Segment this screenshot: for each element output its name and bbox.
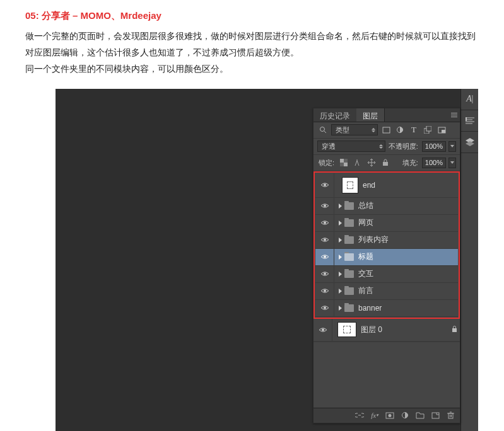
lock-label: 锁定: [319, 158, 334, 168]
visibility-toggle[interactable] [314, 319, 332, 341]
panel-menu-icon[interactable] [448, 108, 460, 122]
expand-toggle[interactable] [339, 272, 342, 277]
opacity-slider-toggle[interactable] [448, 141, 456, 152]
folder-icon [344, 304, 354, 312]
paragraph-panel-icon[interactable] [461, 110, 478, 132]
layer-end[interactable]: end [315, 173, 458, 198]
character-panel-icon[interactable]: A| [461, 89, 478, 110]
layer-thumbnail [337, 322, 356, 337]
svg-point-25 [324, 256, 326, 258]
tab-history[interactable]: 历史记录 [314, 108, 356, 122]
visibility-toggle[interactable] [315, 249, 334, 265]
svg-rect-12 [442, 130, 445, 133]
layer-name: 前言 [358, 285, 458, 296]
svg-point-21 [324, 184, 326, 187]
panel-tab-bar: 历史记录 图层 [314, 108, 460, 122]
photoshop-workspace: A| 历史记录 图层 类型 [56, 89, 478, 431]
svg-point-28 [324, 307, 326, 309]
expand-toggle[interactable] [339, 255, 342, 260]
svg-point-24 [324, 239, 326, 241]
opacity-label: 不透明度: [389, 142, 418, 151]
new-group-icon[interactable] [414, 410, 426, 420]
layer-name: 标题 [358, 251, 458, 262]
expand-toggle[interactable] [339, 204, 342, 209]
opacity-value[interactable]: 100% [422, 141, 446, 152]
filter-type-select[interactable]: 类型 [331, 124, 378, 135]
visibility-toggle[interactable] [315, 300, 334, 316]
svg-rect-14 [344, 163, 348, 166]
filter-shape-icon[interactable] [422, 125, 433, 135]
layer-lock-indicator [448, 326, 460, 334]
visibility-toggle[interactable] [315, 198, 334, 214]
filter-smartobj-icon[interactable] [436, 125, 447, 135]
layer-empty-area [314, 342, 460, 408]
blend-mode-select[interactable]: 穿透 [317, 141, 385, 152]
layer-name: end [363, 181, 458, 190]
svg-rect-16 [340, 163, 344, 166]
filter-pixel-icon[interactable] [380, 125, 392, 135]
svg-point-22 [324, 205, 326, 207]
layer-group-title[interactable]: 标题 [315, 249, 458, 266]
expand-toggle[interactable] [339, 238, 342, 243]
folder-icon [344, 287, 354, 295]
highlighted-group-box: end 总结 网页 列表内容 [314, 171, 460, 319]
folder-icon [344, 253, 354, 261]
lock-pixels-icon[interactable] [352, 158, 363, 168]
layer-name: 交互 [358, 268, 458, 279]
svg-rect-35 [448, 413, 453, 418]
svg-rect-7 [383, 127, 390, 133]
search-icon[interactable] [317, 125, 329, 135]
layer-mask-icon[interactable] [384, 410, 396, 420]
visibility-toggle[interactable] [315, 173, 334, 197]
layer-name: 列表内容 [358, 234, 458, 245]
folder-icon [344, 270, 354, 278]
new-layer-icon[interactable] [430, 410, 441, 420]
folder-icon [344, 219, 354, 227]
layer-group-list[interactable]: 列表内容 [315, 232, 458, 249]
svg-point-27 [324, 290, 326, 292]
visibility-toggle[interactable] [315, 266, 334, 282]
folder-icon [344, 236, 354, 244]
lock-position-icon[interactable] [366, 158, 377, 168]
delete-layer-icon[interactable] [445, 410, 456, 420]
layer-group-web[interactable]: 网页 [315, 215, 458, 232]
svg-point-26 [324, 273, 326, 275]
layer-group-interactive[interactable]: 交互 [315, 266, 458, 283]
svg-point-29 [322, 328, 324, 331]
layer-thumbnail [342, 177, 358, 193]
filter-type-icon[interactable]: T [408, 125, 419, 135]
visibility-toggle[interactable] [315, 215, 334, 231]
layer-background[interactable]: 图层 0 [314, 319, 460, 342]
lock-transparent-icon[interactable] [338, 158, 349, 168]
article-body: 做一个完整的页面时，会发现图层很多很难找，做的时候对图层进行分类组合命名，然后右… [0, 28, 504, 89]
adjustment-layer-icon[interactable] [399, 410, 411, 420]
filter-adjustment-icon[interactable] [394, 125, 406, 135]
svg-rect-10 [426, 126, 431, 131]
layer-name: 网页 [358, 217, 458, 228]
layer-group-banner[interactable]: banner [315, 300, 458, 317]
fill-slider-toggle[interactable] [448, 158, 456, 168]
visibility-toggle[interactable] [315, 232, 334, 248]
svg-point-23 [324, 222, 326, 224]
svg-rect-30 [452, 328, 457, 332]
layer-list: end 总结 网页 列表内容 [314, 171, 460, 408]
expand-toggle[interactable] [339, 221, 342, 226]
visibility-toggle[interactable] [315, 283, 334, 299]
expand-toggle[interactable] [339, 289, 342, 294]
article-paragraph-1: 做一个完整的页面时，会发现图层很多很难找，做的时候对图层进行分类组合命名，然后右… [25, 28, 479, 61]
link-layers-icon[interactable] [354, 410, 365, 420]
layer-group-summary[interactable]: 总结 [315, 198, 458, 215]
expand-toggle[interactable] [339, 306, 342, 311]
lock-row: 锁定: 填充: 100% [314, 155, 460, 171]
layers-panel: 历史记录 图层 类型 T [313, 108, 460, 423]
layer-name: 总结 [358, 200, 458, 211]
fill-value[interactable]: 100% [422, 158, 446, 168]
layer-style-icon[interactable]: fx▾ [369, 410, 380, 420]
layer-name: 图层 0 [361, 325, 448, 335]
article-header: 05: 分享者 – MOMO、Mrdeejay [0, 0, 504, 28]
right-icon-bar: A| [460, 89, 478, 431]
layer-group-preface[interactable]: 前言 [315, 283, 458, 300]
layers-dock-icon[interactable] [461, 132, 478, 153]
lock-all-icon[interactable] [380, 158, 391, 168]
tab-layers[interactable]: 图层 [356, 108, 385, 122]
